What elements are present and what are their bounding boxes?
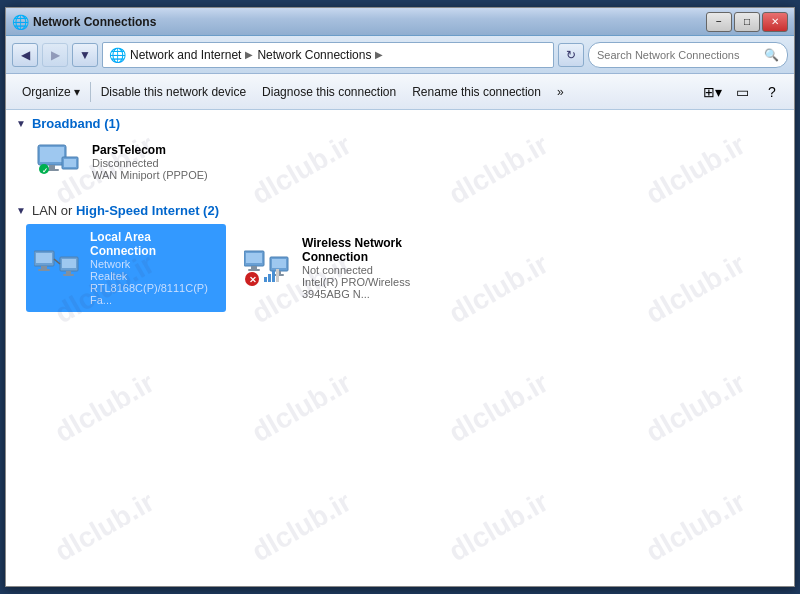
svg-rect-15 <box>63 274 74 276</box>
maximize-button[interactable]: □ <box>734 12 760 32</box>
lan-section-header: ▼ LAN or High-Speed Internet (2) <box>6 197 794 222</box>
lan-section-title: LAN or High-Speed Internet (2) <box>32 203 219 218</box>
svg-rect-5 <box>64 159 76 167</box>
search-box[interactable]: 🔍 <box>588 42 788 68</box>
window-title: Network Connections <box>33 15 706 29</box>
parstelecom-icon-wrapper: ✓ <box>34 143 84 181</box>
organize-arrow-icon: ▾ <box>74 85 80 99</box>
view-button[interactable]: ⊞▾ <box>698 78 726 106</box>
refresh-button[interactable]: ↻ <box>558 43 584 67</box>
lan-collapse-arrow[interactable]: ▼ <box>16 205 26 216</box>
watermark-16: dlclub.ir <box>580 426 794 586</box>
layout-button[interactable]: ▭ <box>728 78 756 106</box>
path-part-1: Network and Internet <box>130 48 241 62</box>
svg-rect-20 <box>248 269 260 271</box>
dropdown-button[interactable]: ▼ <box>72 43 98 67</box>
watermark-15: dlclub.ir <box>383 426 613 586</box>
search-icon: 🔍 <box>764 48 779 62</box>
title-bar: 🌐 Network Connections − □ ✕ <box>6 8 794 36</box>
address-bar: ◀ ▶ ▼ 🌐 Network and Internet ▶ Network C… <box>6 36 794 74</box>
diagnose-button[interactable]: Diagnose this connection <box>254 78 404 106</box>
wireless-icon: ✕ <box>244 249 294 287</box>
svg-rect-22 <box>272 259 286 268</box>
svg-rect-18 <box>246 253 262 263</box>
svg-rect-19 <box>251 266 257 269</box>
back-button[interactable]: ◀ <box>12 43 38 67</box>
more-button[interactable]: » <box>549 78 572 106</box>
path-icon: 🌐 <box>109 47 126 63</box>
forward-icon: ▶ <box>51 48 60 62</box>
path-part-2: Network Connections <box>257 48 371 62</box>
wireless-icon-wrapper: ✕ <box>244 249 294 287</box>
svg-rect-11 <box>38 269 50 271</box>
broadband-collapse-arrow[interactable]: ▼ <box>16 118 26 129</box>
local-area-name: Local Area Connection <box>90 230 218 258</box>
wireless-connection[interactable]: ✕ Wireless Network Connection Not connec… <box>236 224 456 312</box>
svg-rect-27 <box>264 277 267 282</box>
view-icon: ⊞▾ <box>703 84 722 100</box>
parstelecom-connection[interactable]: ✓ ParsTelecom Disconnected WAN Miniport … <box>26 137 774 187</box>
svg-rect-14 <box>66 271 71 274</box>
parstelecom-info: ParsTelecom Disconnected WAN Miniport (P… <box>92 143 208 181</box>
svg-rect-13 <box>62 259 76 268</box>
disable-button[interactable]: Disable this network device <box>93 78 254 106</box>
help-icon: ? <box>768 84 776 100</box>
refresh-icon: ↻ <box>566 48 576 62</box>
wireless-name: Wireless Network Connection <box>302 236 448 264</box>
help-button[interactable]: ? <box>758 78 786 106</box>
broadband-connection-list: ✓ ParsTelecom Disconnected WAN Miniport … <box>6 135 794 197</box>
path-arrow-1: ▶ <box>245 49 253 60</box>
svg-rect-30 <box>276 269 279 282</box>
rename-button[interactable]: Rename this connection <box>404 78 549 106</box>
dropdown-icon: ▼ <box>79 48 91 62</box>
svg-rect-29 <box>272 271 275 282</box>
local-area-icon-wrapper <box>34 249 82 287</box>
parstelecom-status: Disconnected <box>92 157 208 169</box>
watermark-12: dlclub.ir <box>580 307 794 509</box>
watermark-13: dlclub.ir <box>6 426 220 586</box>
parstelecom-name: ParsTelecom <box>92 143 208 157</box>
broadband-section-title: Broadband (1) <box>32 116 120 131</box>
lan-connection-grid: Local Area Connection Network Realtek RT… <box>6 222 794 322</box>
local-area-connection[interactable]: Local Area Connection Network Realtek RT… <box>26 224 226 312</box>
parstelecom-icon: ✓ <box>34 143 82 179</box>
svg-rect-2 <box>49 165 55 169</box>
toolbar-separator-1 <box>90 82 91 102</box>
svg-rect-10 <box>41 266 47 269</box>
close-button[interactable]: ✕ <box>762 12 788 32</box>
forward-button[interactable]: ▶ <box>42 43 68 67</box>
local-area-adapter: Realtek RTL8168C(P)/8111C(P) Fa... <box>90 270 218 306</box>
svg-rect-9 <box>36 253 52 263</box>
layout-icon: ▭ <box>736 84 749 100</box>
minimize-button[interactable]: − <box>706 12 732 32</box>
watermark-11: dlclub.ir <box>383 307 613 509</box>
window-icon: 🌐 <box>12 14 29 30</box>
watermark-9: dlclub.ir <box>6 307 220 509</box>
local-area-info: Local Area Connection Network Realtek RT… <box>90 230 218 306</box>
toolbar-right: ⊞▾ ▭ ? <box>698 78 786 106</box>
watermark-14: dlclub.ir <box>186 426 416 586</box>
wireless-info: Wireless Network Connection Not connecte… <box>302 236 448 300</box>
toolbar: Organize ▾ Disable this network device D… <box>6 74 794 110</box>
svg-rect-28 <box>268 274 271 282</box>
back-icon: ◀ <box>21 48 30 62</box>
svg-line-16 <box>54 259 60 264</box>
path-arrow-2: ▶ <box>375 49 383 60</box>
watermark-10: dlclub.ir <box>186 307 416 509</box>
organize-button[interactable]: Organize ▾ <box>14 78 88 106</box>
address-path[interactable]: 🌐 Network and Internet ▶ Network Connect… <box>102 42 554 68</box>
broadband-section-header: ▼ Broadband (1) <box>6 110 794 135</box>
wireless-status: Not connected <box>302 264 448 276</box>
parstelecom-adapter: WAN Miniport (PPPOE) <box>92 169 208 181</box>
main-window: 🌐 Network Connections − □ ✕ ◀ ▶ ▼ 🌐 Netw… <box>5 7 795 587</box>
wireless-adapter: Intel(R) PRO/Wireless 3945ABG N... <box>302 276 448 300</box>
local-area-status: Network <box>90 258 218 270</box>
local-area-icon <box>34 249 82 285</box>
main-content: dlclub.ir dlclub.ir dlclub.ir dlclub.ir … <box>6 110 794 586</box>
svg-rect-1 <box>40 147 64 162</box>
search-input[interactable] <box>597 49 760 61</box>
svg-text:✓: ✓ <box>42 167 48 174</box>
svg-text:✕: ✕ <box>249 275 257 285</box>
title-bar-buttons: − □ ✕ <box>706 12 788 32</box>
